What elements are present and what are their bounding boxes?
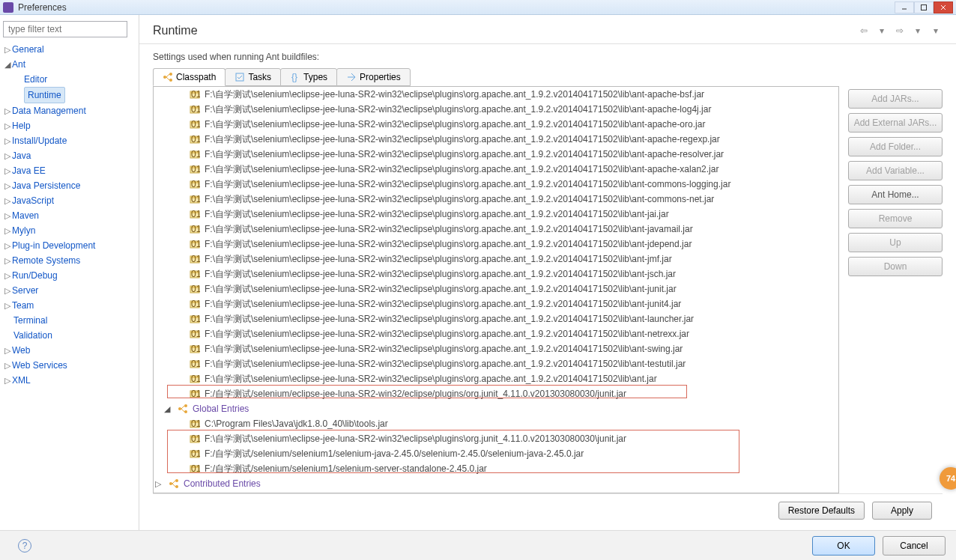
add-jars-button[interactable]: Add JARs... (848, 89, 943, 109)
cancel-button[interactable]: Cancel (883, 536, 946, 556)
jar-path: F:\自学测试\selenium\eclipse-jee-luna-SR2-wi… (205, 88, 704, 101)
tree-item-editor[interactable]: Editor (3, 72, 136, 87)
jar-icon: 010 (190, 255, 200, 264)
jar-row[interactable]: 010F:\自学测试\selenium\eclipse-jee-luna-SR2… (154, 311, 838, 326)
tab-properties[interactable]: Properties (336, 68, 411, 86)
jar-row[interactable]: 010F:\自学测试\selenium\eclipse-jee-luna-SR2… (154, 252, 838, 267)
tree-item-java[interactable]: ▷Java (3, 148, 136, 163)
down-button[interactable]: Down (848, 257, 943, 276)
page-description: Settings used when running Ant buildfile… (153, 52, 943, 62)
jar-row[interactable]: 010F:\自学测试\selenium\eclipse-jee-luna-SR2… (154, 132, 838, 147)
tree-item-java-persistence[interactable]: ▷Java Persistence (3, 178, 136, 193)
tree-item-team[interactable]: ▷Team (3, 298, 136, 313)
jar-row[interactable]: 010F:\自学测试\selenium\eclipse-jee-luna-SR2… (154, 162, 838, 177)
back-icon[interactable]: ⇦ (857, 24, 871, 37)
tree-item-terminal[interactable]: Terminal (3, 313, 136, 328)
svg-text:010: 010 (191, 434, 200, 443)
jar-row[interactable]: 010F:\自学测试\selenium\eclipse-jee-luna-SR2… (154, 356, 838, 371)
tree-item-maven[interactable]: ▷Maven (3, 208, 136, 223)
svg-line-94 (172, 481, 175, 484)
maximize-button[interactable] (914, 1, 934, 13)
jar-row[interactable]: 010F:\自学测试\selenium\eclipse-jee-luna-SR2… (154, 102, 838, 117)
tab-classpath[interactable]: Classpath (153, 68, 226, 86)
tree-item-ant[interactable]: ◢Ant (3, 57, 136, 72)
triangle-right-icon: ▷ (3, 208, 12, 223)
jar-path: F:\自学测试\selenium\eclipse-jee-luna-SR2-wi… (205, 358, 686, 371)
jar-path: F:\自学测试\selenium\eclipse-jee-luna-SR2-wi… (205, 133, 720, 146)
minimize-button[interactable] (895, 1, 914, 13)
tree-item-validation[interactable]: Validation (3, 328, 136, 343)
tree-item-javascript[interactable]: ▷JavaScript (3, 193, 136, 208)
side-buttons: Add JARs... Add External JARs... Add Fol… (848, 86, 943, 493)
jar-row[interactable]: 010F:\自学测试\selenium\eclipse-jee-luna-SR2… (154, 192, 838, 207)
tree-item-web-services[interactable]: ▷Web Services (3, 358, 136, 373)
tree-item-help[interactable]: ▷Help (3, 118, 136, 133)
jar-row[interactable]: 010C:\Program Files\Java\jdk1.8.0_40\lib… (154, 416, 838, 431)
add-variable-button[interactable]: Add Variable... (848, 161, 943, 180)
jar-path: F:\自学测试\selenium\eclipse-jee-luna-SR2-wi… (205, 283, 677, 296)
jar-row[interactable]: 010F:\自学测试\selenium\eclipse-jee-luna-SR2… (154, 207, 838, 222)
jar-row[interactable]: 010F:/自学测试/selenium/selenium1/selenium-s… (154, 461, 838, 476)
jar-path: F:\自学测试\selenium\eclipse-jee-luna-SR2-wi… (205, 373, 657, 386)
window-title: Preferences (18, 2, 895, 13)
jar-path: F:\自学测试\selenium\eclipse-jee-luna-SR2-wi… (205, 193, 714, 206)
jar-row[interactable]: 010F:\自学测试\selenium\eclipse-jee-luna-SR2… (154, 222, 838, 237)
jar-row[interactable]: 010F:/自学测试/selenium/selenium1/selenium-j… (154, 446, 838, 461)
jar-row[interactable]: 010F:\自学测试\selenium\eclipse-jee-luna-SR2… (154, 341, 838, 356)
jar-row[interactable]: 010F:\自学测试\selenium\eclipse-jee-luna-SR2… (154, 281, 838, 296)
tree-item-web[interactable]: ▷Web (3, 343, 136, 358)
jar-row[interactable]: 010F:\自学测试\selenium\eclipse-jee-luna-SR2… (154, 431, 838, 446)
tree-item-mylyn[interactable]: ▷Mylyn (3, 223, 136, 238)
dialog-footer: ? OK Cancel (0, 530, 956, 560)
forward-menu-icon[interactable]: ▾ (911, 24, 925, 37)
jar-row[interactable]: 010F:\自学测试\selenium\eclipse-jee-luna-SR2… (154, 87, 838, 102)
jar-row[interactable]: 010F:\自学测试\selenium\eclipse-jee-luna-SR2… (154, 117, 838, 132)
close-button[interactable] (934, 1, 953, 13)
group-label: Global Entries (193, 404, 249, 414)
remove-button[interactable]: Remove (848, 209, 943, 228)
tree-item-install-update[interactable]: ▷Install/Update (3, 133, 136, 148)
tree-item-remote-systems[interactable]: ▷Remote Systems (3, 253, 136, 268)
jar-row[interactable]: 010F:\自学测试\selenium\eclipse-jee-luna-SR2… (154, 371, 838, 386)
help-icon[interactable]: ? (18, 539, 31, 553)
jar-row[interactable]: 010F:\自学测试\selenium\eclipse-jee-luna-SR2… (154, 237, 838, 252)
jar-row[interactable]: 010F:\自学测试\selenium\eclipse-jee-luna-SR2… (154, 296, 838, 311)
triangle-right-icon: ▷ (3, 223, 12, 238)
ok-button[interactable]: OK (812, 536, 875, 556)
classpath-list[interactable]: 010F:\自学测试\selenium\eclipse-jee-luna-SR2… (153, 86, 839, 493)
tree-item-java-ee[interactable]: ▷Java EE (3, 163, 136, 178)
restore-defaults-button[interactable]: Restore Defaults (778, 502, 865, 520)
add-folder-button[interactable]: Add Folder... (848, 137, 943, 156)
svg-point-91 (169, 482, 172, 485)
jar-row[interactable]: 010F:\自学测试\selenium\eclipse-jee-luna-SR2… (154, 267, 838, 281)
jar-row[interactable]: 010F:/自学测试/selenium/eclipse-jee-luna-SR2… (154, 386, 838, 401)
triangle-down-icon: ◢ (3, 57, 12, 72)
tab-types[interactable]: {} Types (280, 68, 337, 86)
add-external-jars-button[interactable]: Add External JARs... (848, 113, 943, 133)
tree-item-xml[interactable]: ▷XML (3, 373, 136, 388)
view-menu-icon[interactable]: ▾ (929, 24, 943, 37)
svg-text:010: 010 (191, 210, 200, 219)
back-menu-icon[interactable]: ▾ (875, 24, 889, 37)
apply-button[interactable]: Apply (872, 502, 932, 520)
tree-item-server[interactable]: ▷Server (3, 283, 136, 298)
up-button[interactable]: Up (848, 233, 943, 252)
svg-rect-1 (922, 4, 927, 10)
tree-item-general[interactable]: ▷General (3, 42, 136, 57)
tree-item-plugin-development[interactable]: ▷Plug-in Development (3, 238, 136, 253)
filter-input[interactable] (3, 21, 127, 37)
svg-text:010: 010 (191, 464, 200, 473)
tree-item-run-debug[interactable]: ▷Run/Debug (3, 268, 136, 283)
jar-row[interactable]: 010F:\自学测试\selenium\eclipse-jee-luna-SR2… (154, 177, 838, 192)
forward-icon[interactable]: ⇨ (893, 24, 907, 37)
tree-item-runtime[interactable]: Runtime (3, 87, 136, 103)
jar-row[interactable]: 010F:\自学测试\selenium\eclipse-jee-luna-SR2… (154, 326, 838, 341)
svg-text:010: 010 (191, 195, 200, 204)
ant-home-button[interactable]: Ant Home... (848, 185, 943, 204)
tree-item-data-management[interactable]: ▷Data Management (3, 103, 136, 118)
jar-row[interactable]: 010F:\自学测试\selenium\eclipse-jee-luna-SR2… (154, 147, 838, 162)
global-entries-group[interactable]: ◢ Global Entries (154, 401, 838, 416)
tab-tasks[interactable]: Tasks (225, 68, 281, 86)
jar-path: F:\自学测试\selenium\eclipse-jee-luna-SR2-wi… (205, 343, 683, 356)
contributed-entries-group[interactable]: ▷ Contributed Entries (154, 476, 838, 491)
